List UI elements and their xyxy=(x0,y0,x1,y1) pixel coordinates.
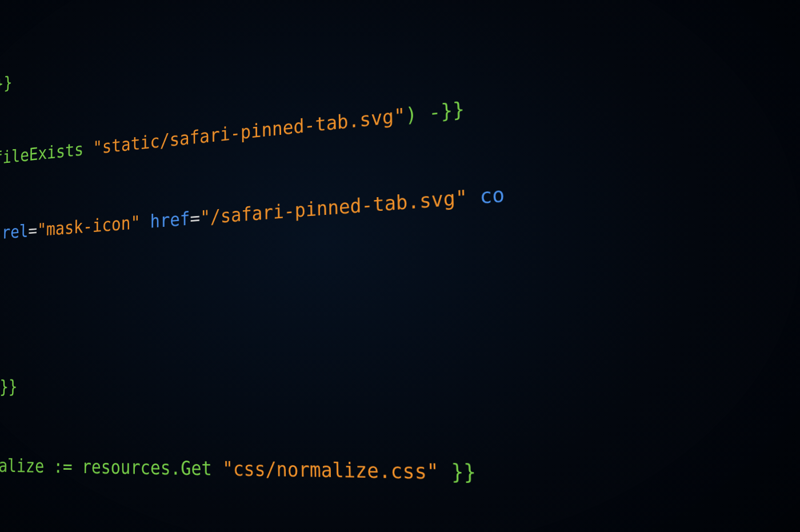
code-text: nd -}} xyxy=(0,376,18,397)
code-text xyxy=(141,211,150,233)
code-text: co xyxy=(467,182,505,209)
code-line-4: nd -}} xyxy=(0,351,800,399)
code-string: "/safari-pinned-tab.svg" xyxy=(200,186,468,229)
code-text: f (fileExists xyxy=(0,138,93,171)
code-line-5: normalize := resources.Get "css/normaliz… xyxy=(0,453,800,499)
code-blank-1 xyxy=(0,241,800,323)
code-text: normalize := resources.Get xyxy=(0,455,222,480)
code-sheet: d -}} f (fileExists "static/safari-pinne… xyxy=(0,0,800,532)
code-eq: = xyxy=(28,220,37,241)
code-text: d -}} xyxy=(0,72,13,97)
code-attr: href xyxy=(150,207,190,231)
code-string: "static/safari-pinned-tab.svg" xyxy=(93,104,405,158)
code-string: "mask-icon" xyxy=(37,211,141,240)
code-string: "css/normalize.css" xyxy=(222,457,439,483)
code-eq: = xyxy=(190,207,200,229)
code-text: ) -}} xyxy=(405,97,465,126)
code-line-2: f (fileExists "static/safari-pinned-tab.… xyxy=(0,27,800,173)
code-text: }} xyxy=(438,459,476,485)
code-attr: rel xyxy=(2,221,29,243)
code-editor-viewport: d -}} f (fileExists "static/safari-pinne… xyxy=(0,0,800,532)
